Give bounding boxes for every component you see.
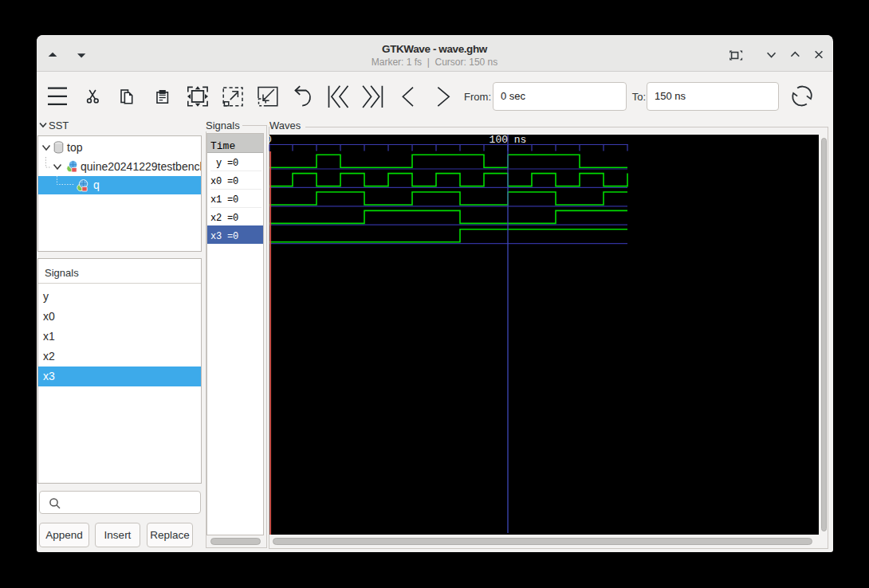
svg-text:0: 0 — [269, 135, 272, 146]
svg-text:100 ns: 100 ns — [490, 135, 527, 146]
